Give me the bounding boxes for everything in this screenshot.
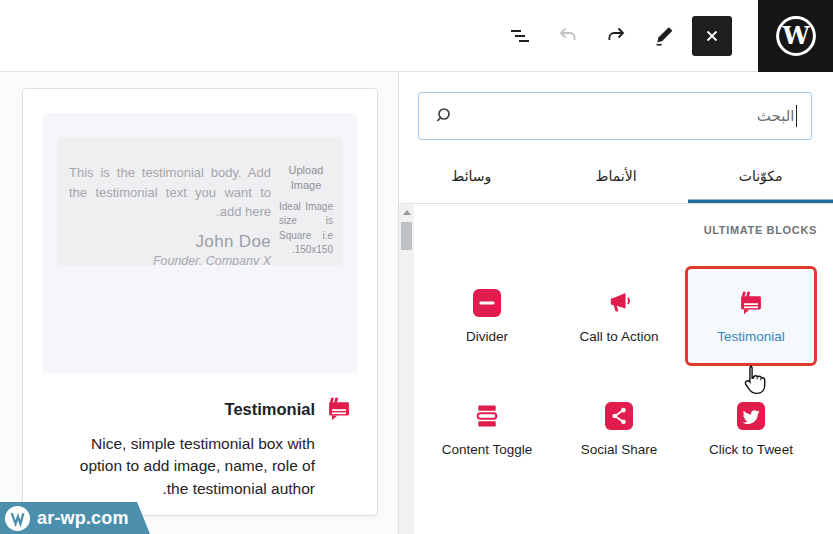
tab-media[interactable]: وسائط xyxy=(399,148,544,203)
block-item-click-to-tweet[interactable]: Click to Tweet xyxy=(685,379,817,479)
undo-button[interactable] xyxy=(548,16,588,56)
block-item-testimonial[interactable]: Testimonial xyxy=(685,266,817,366)
editor-header: W xyxy=(0,0,833,72)
block-label: Divider xyxy=(466,329,508,344)
block-label: Testimonial xyxy=(717,329,785,344)
divider-icon xyxy=(473,289,501,317)
megaphone-icon xyxy=(605,289,633,317)
preview-title-row: Testimonial xyxy=(43,395,353,423)
testimonial-icon xyxy=(325,395,353,423)
close-icon xyxy=(700,24,724,48)
block-item-social-share[interactable]: Social Share xyxy=(553,379,685,479)
block-preview-panel: This is the testimonial body. Add the te… xyxy=(0,72,398,534)
block-item-call-to-action[interactable]: Call to Action xyxy=(553,266,685,366)
scrollbar-thumb[interactable] xyxy=(401,222,412,250)
edit-mode-button[interactable] xyxy=(644,16,684,56)
wordpress-logo-button[interactable]: W xyxy=(758,0,833,72)
search-placeholder: البحث xyxy=(757,107,795,125)
upload-image-label: Upload Image xyxy=(279,163,333,193)
block-editor-screen: W This is the testimonial body. Add the … xyxy=(0,0,833,534)
block-label: Click to Tweet xyxy=(709,442,793,457)
scrollbar-up-arrow[interactable] xyxy=(403,210,411,215)
search-icon xyxy=(433,104,457,128)
block-label: Content Toggle xyxy=(442,442,533,457)
redo-icon xyxy=(604,24,628,48)
block-preview-card: This is the testimonial body. Add the te… xyxy=(22,88,378,516)
testimonial-icon xyxy=(737,289,765,317)
testimonial-demo-upload: Upload Image Ideal Image size is Square … xyxy=(279,163,333,265)
share-nodes-icon xyxy=(605,402,633,430)
header-toolbar xyxy=(500,16,732,56)
inserter-content: ULTIMATE BLOCKS Testimonial xyxy=(399,204,833,534)
svg-text:W: W xyxy=(781,21,810,50)
testimonial-demo: This is the testimonial body. Add the te… xyxy=(57,137,343,265)
wordpress-logo-icon: W xyxy=(773,13,819,59)
preview-stage: This is the testimonial body. Add the te… xyxy=(43,113,357,373)
content-toggle-icon xyxy=(473,402,501,430)
block-item-content-toggle[interactable]: Content Toggle xyxy=(421,379,553,479)
pencil-icon xyxy=(652,24,676,48)
editor-main: This is the testimonial body. Add the te… xyxy=(0,72,833,534)
testimonial-demo-body: This is the testimonial body. Add the te… xyxy=(69,163,271,222)
list-view-icon xyxy=(508,24,532,48)
upload-image-hint: Ideal Image size is Square i.e 150x150. xyxy=(279,200,333,258)
watermark-badge: ar-wp.com xyxy=(0,502,150,534)
testimonial-demo-role: Founder, Company X xyxy=(69,254,271,266)
inserter-tabs: مكوّنات الأنماط وسائط xyxy=(399,148,833,204)
tab-patterns[interactable]: الأنماط xyxy=(544,148,689,203)
testimonial-demo-text: This is the testimonial body. Add the te… xyxy=(69,163,271,265)
block-label: Call to Action xyxy=(580,329,659,344)
ar-wp-logo-icon xyxy=(4,505,31,532)
tab-blocks[interactable]: مكوّنات xyxy=(688,148,833,203)
preview-description: Nice, simple testimonial box with option… xyxy=(63,433,315,500)
blocks-grid: Testimonial Call to Action xyxy=(421,266,817,479)
block-inserter-panel: البحث مكوّنات الأنماط وسائط ULTIMATE BLO… xyxy=(398,72,833,534)
watermark-text: ar-wp.com xyxy=(37,508,129,529)
search-input[interactable]: البحث xyxy=(418,92,812,140)
category-header: ULTIMATE BLOCKS xyxy=(704,224,817,236)
close-inserter-button[interactable] xyxy=(692,16,732,56)
block-label: Social Share xyxy=(581,442,658,457)
testimonial-demo-name: John Doe xyxy=(69,232,271,252)
undo-icon xyxy=(556,24,580,48)
block-item-divider[interactable]: Divider xyxy=(421,266,553,366)
text-caret xyxy=(796,105,798,127)
twitter-icon xyxy=(737,402,765,430)
redo-button[interactable] xyxy=(596,16,636,56)
scrollbar[interactable] xyxy=(399,204,414,534)
preview-title: Testimonial xyxy=(225,400,315,419)
list-view-button[interactable] xyxy=(500,16,540,56)
